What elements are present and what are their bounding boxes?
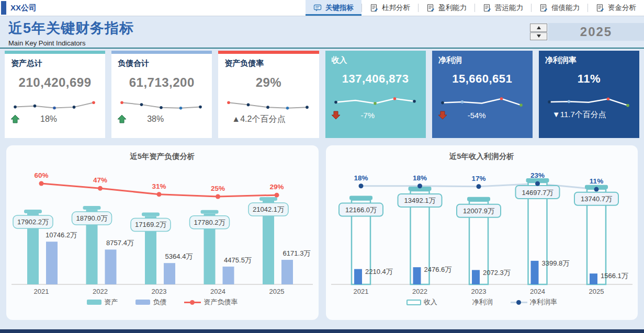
svg-text:2023: 2023 <box>471 288 486 295</box>
kpi-value: 29% <box>218 75 319 90</box>
kpi-trend-row: 18% <box>10 114 105 124</box>
doc-edit-icon <box>426 4 435 12</box>
kpi-sparkline <box>437 90 527 109</box>
tab-label: 营运能力 <box>495 3 523 13</box>
kpi-value: 137,406,873 <box>325 72 426 86</box>
kpi-value: 210,420,699 <box>5 75 105 90</box>
revenue-profit-chart-legend: 收入净利润净利润率 <box>326 297 638 307</box>
doc-edit-icon <box>539 4 548 12</box>
spin-up-button[interactable] <box>530 24 547 32</box>
tab-label: 杜邦分析 <box>382 3 410 13</box>
spin-down-button[interactable] <box>530 32 547 41</box>
legend-item-asset-liability-ratio: 资产负债率 <box>184 297 238 307</box>
triangle-up-icon <box>537 26 541 29</box>
comment-icon <box>313 4 322 12</box>
down-arrow-icon <box>331 110 341 120</box>
svg-text:3399.8万: 3399.8万 <box>541 259 569 267</box>
svg-text:12166.0万: 12166.0万 <box>345 206 377 214</box>
kpi-card-row: 资产总计210,420,69918%负债合计61,713,20038%资产负债率… <box>5 51 639 138</box>
brand-block <box>1 1 6 15</box>
legend-item-net-profit: 净利润 <box>455 297 493 307</box>
kpi-card-asset-liability-ratio: 资产负债率29%▲4.2个百分点 <box>218 51 319 138</box>
kpi-accent-bar <box>218 51 319 54</box>
kpi-value: 61,713,200 <box>111 75 212 90</box>
kpi-trend-row: -7% <box>331 110 426 120</box>
svg-text:6171.3万: 6171.3万 <box>283 249 311 257</box>
kpi-trend-row: ▲4.2个百分点 <box>223 114 319 125</box>
legend-item-net-profit-margin: 净利润率 <box>511 297 557 307</box>
doc-edit-icon <box>596 4 604 12</box>
legend-label: 资产 <box>104 297 118 307</box>
svg-text:13740.7万: 13740.7万 <box>581 195 612 203</box>
tab-operating-capacity[interactable]: 营运能力 <box>475 0 531 16</box>
bar-group-2025: 21042.1万6171.3万 <box>248 197 310 284</box>
tab-key-indicators[interactable]: 关键指标 <box>306 0 361 16</box>
kpi-card-revenue: 收入137,406,873-7% <box>325 51 426 138</box>
legend-item-assets: 资产 <box>87 297 118 307</box>
svg-text:8757.4万: 8757.4万 <box>106 239 134 247</box>
svg-text:4475.5万: 4475.5万 <box>224 256 252 264</box>
revenue-profit-chart-panel: 近5年收入利润分析 12166.0万2210.4万202113492.1万247… <box>326 145 638 320</box>
tab-label: 关键指标 <box>325 3 354 13</box>
svg-text:2024: 2024 <box>210 288 225 295</box>
kpi-sparkline <box>544 90 634 109</box>
year-spinner <box>530 24 547 40</box>
svg-text:10746.2万: 10746.2万 <box>46 231 77 239</box>
kpi-value: 15,660,651 <box>432 72 533 86</box>
svg-text:2024: 2024 <box>530 288 545 295</box>
svg-text:47%: 47% <box>93 176 107 184</box>
legend-item-revenue: 收入 <box>406 297 437 307</box>
kpi-sparkline <box>117 94 207 113</box>
up-arrow-icon <box>10 114 20 124</box>
svg-text:2476.6万: 2476.6万 <box>424 266 451 273</box>
svg-text:18790.0万: 18790.0万 <box>76 214 108 222</box>
legend-swatch <box>406 300 421 305</box>
asset-liability-chart-legend: 资产负债资产负债率 <box>6 297 319 307</box>
tab-dupont-analysis[interactable]: 杜邦分析 <box>362 0 418 16</box>
header-divider <box>0 48 644 49</box>
tab-label: 资金分析 <box>608 3 636 13</box>
tab-capital-analysis[interactable]: 资金分析 <box>588 0 644 16</box>
bar-group-2022: 13492.1万2476.6万 <box>398 187 451 284</box>
kpi-change-label: -7% <box>361 111 375 120</box>
kpi-accent-bar <box>5 51 105 54</box>
kpi-change-label: 38% <box>147 114 164 124</box>
down-arrow-icon <box>437 110 448 120</box>
company-name: XX公司 <box>10 3 37 13</box>
kpi-value: 11% <box>539 72 639 86</box>
kpi-change-label: ▲4.2个百分点 <box>232 114 285 125</box>
kpi-title: 净利润率 <box>545 55 639 65</box>
tab-label: 盈利能力 <box>438 3 467 13</box>
svg-text:31%: 31% <box>152 182 166 190</box>
svg-text:11%: 11% <box>590 177 603 185</box>
kpi-trend-row: -54% <box>437 110 533 120</box>
svg-text:17902.2万: 17902.2万 <box>17 218 49 226</box>
doc-edit-icon <box>483 4 491 12</box>
bar-group-2021: 17902.2万10746.2万 <box>13 210 77 284</box>
svg-text:2022: 2022 <box>412 288 427 295</box>
kpi-card-net-profit: 净利润15,660,651-54% <box>432 51 533 138</box>
bar-group-2021: 12166.0万2210.4万 <box>339 196 393 284</box>
legend-swatch <box>184 302 201 303</box>
svg-text:17780.2万: 17780.2万 <box>194 219 225 226</box>
kpi-title: 资产总计 <box>11 59 105 68</box>
svg-text:18%: 18% <box>354 174 368 182</box>
svg-text:2025: 2025 <box>269 288 285 295</box>
kpi-change-label: -54% <box>468 111 486 120</box>
bar-group-2022: 18790.0万8757.4万 <box>72 206 134 284</box>
svg-text:17%: 17% <box>471 175 485 182</box>
tab-profitability[interactable]: 盈利能力 <box>419 0 474 16</box>
tab-label: 偿债能力 <box>551 3 580 13</box>
year-value: 2025 <box>580 25 612 39</box>
legend-swatch <box>135 300 150 305</box>
legend-label: 净利润 <box>472 297 493 307</box>
nav-tabs: 关键指标 杜邦分析 盈利能力 <box>306 0 644 16</box>
doc-edit-icon <box>370 4 378 12</box>
kpi-title: 收入 <box>332 55 426 65</box>
year-panel: 2025 <box>548 23 644 41</box>
kpi-sparkline <box>10 94 100 113</box>
tab-solvency[interactable]: 偿债能力 <box>532 0 587 16</box>
page-title: 近5年关键财务指标 <box>8 19 134 38</box>
legend-label: 负债 <box>153 297 166 307</box>
svg-text:29%: 29% <box>270 183 284 191</box>
